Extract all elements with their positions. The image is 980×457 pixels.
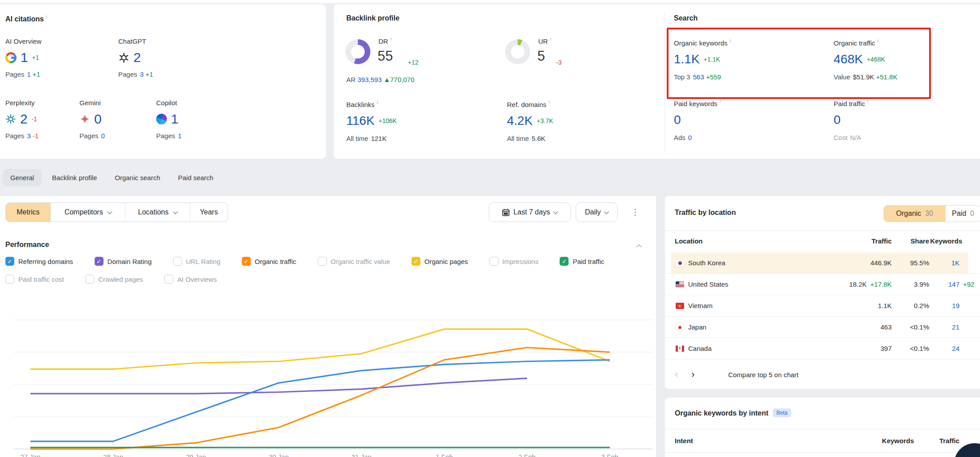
location-row-canada[interactable]: Canada397<0.1%24 (665, 338, 980, 359)
location-pagination: ‹ › Compare top 5 on chart (675, 370, 798, 379)
keywords-by-intent-title: Organic keywords by intent (675, 409, 768, 417)
location-table-header: Location Traffic Share Keywords (665, 234, 980, 251)
keywords-link[interactable]: 21 (952, 323, 959, 331)
kr-flag-icon (676, 260, 684, 266)
location-row-vietnam[interactable]: Vietnam1.1K0.2%19 (665, 295, 980, 317)
unchecked-checkbox-icon (85, 275, 94, 284)
share-cell: 0.2% (914, 302, 929, 309)
location-row-japan[interactable]: Japan463<0.1%21 (665, 317, 980, 338)
filter-segmented-control: Metrics Competitors Locations Years (5, 202, 228, 222)
checked-checkbox-icon: ✓ (411, 257, 420, 266)
chevron-down-icon (604, 209, 609, 214)
tab-paid-search[interactable]: Paid search (170, 169, 221, 186)
tab-organic-search[interactable]: Organic search (107, 169, 168, 186)
checkbox-paid-traffic[interactable]: ✓Paid traffic (560, 257, 604, 266)
location-row-united-states[interactable]: United States18.2K+17.8K3.9%147+92 (665, 274, 980, 295)
years-filter-button[interactable]: Years (190, 203, 228, 222)
keywords-link[interactable]: 147+92 (948, 280, 959, 288)
pages-link[interactable]: 3 (140, 70, 144, 78)
ref-domains-value[interactable]: 4.2K (507, 114, 533, 128)
traffic-cell: 463 (880, 323, 892, 331)
checkbox-referring-domains[interactable]: ✓Referring domains (5, 257, 73, 266)
checkbox-domain-rating[interactable]: ✓Domain Rating (95, 257, 152, 266)
backlinks-value[interactable]: 116K (346, 114, 374, 128)
ai-citations-card: AI citations AI Overview1+1Pages1 +1Chat… (0, 4, 326, 159)
perplexity-icon (5, 114, 16, 124)
ai-citation-tile-perplexity: Perplexity2-1Pages3 -1 (5, 99, 79, 140)
checkbox-crawled-pages[interactable]: Crawled pages (85, 275, 143, 284)
info-icon[interactable] (548, 100, 549, 104)
svg-text:1 Feb: 1 Feb (436, 453, 453, 457)
share-cell: <0.1% (910, 323, 929, 331)
paid-traffic-value[interactable]: 0 (834, 113, 841, 127)
ai-citation-tile-gemini: Gemini0Pages0 (79, 99, 156, 140)
checkbox-organic-pages[interactable]: ✓Organic pages (411, 257, 468, 266)
competitors-filter-button[interactable]: Competitors (51, 203, 125, 222)
dr-label: DR (378, 37, 391, 45)
checkbox-organic-traffic-value[interactable]: Organic traffic value (318, 257, 390, 266)
jp-flag-icon (676, 324, 684, 330)
location-table-body: South Korea446.9K95.5%1KUnited States18.… (665, 252, 980, 359)
info-icon[interactable] (550, 37, 551, 41)
date-range-button[interactable]: Last 7 days (489, 202, 571, 222)
chevron-down-icon (173, 209, 178, 214)
checkbox-ai-overviews[interactable]: AI Overviews (164, 275, 216, 284)
checkbox-paid-traffic-cost[interactable]: Paid traffic cost (5, 275, 64, 284)
checked-checkbox-icon: ✓ (560, 257, 569, 266)
tab-backlink-profile[interactable]: Backlink profile (44, 169, 104, 186)
kebab-menu-icon[interactable]: ⋮ (631, 207, 639, 217)
info-icon[interactable] (868, 99, 868, 103)
keywords-by-intent-card: Organic keywords by intentBeta Intent Ke… (665, 398, 980, 457)
info-icon[interactable] (377, 100, 378, 104)
next-page-icon[interactable]: › (691, 370, 694, 379)
share-cell: 3.9% (914, 280, 929, 288)
traffic-cell: 1.1K (878, 302, 892, 309)
performance-line-chart: 27 Jan28 Jan29 Jan30 Jan31 Jan1 Feb2 Feb… (0, 289, 656, 457)
checkbox-impressions[interactable]: Impressions (490, 257, 539, 266)
svg-text:29 Jan: 29 Jan (186, 453, 206, 457)
toggle-paid[interactable]: Paid0 (946, 206, 980, 222)
chevron-down-icon (107, 209, 112, 214)
ur-delta: -3 (556, 59, 561, 66)
google-icon (5, 52, 17, 63)
section-divider (664, 11, 665, 152)
checkbox-organic-traffic[interactable]: ✓Organic traffic (242, 257, 296, 266)
traffic-cell: 397 (880, 345, 892, 352)
collapse-chevron-icon[interactable] (636, 244, 641, 249)
keywords-link[interactable]: 19 (952, 302, 959, 309)
ai-citation-tile-ai-overview: AI Overview1+1Pages1 +1 (5, 37, 118, 78)
paid-keywords-value[interactable]: 0 (674, 113, 681, 127)
ads-link[interactable]: 0 (688, 134, 692, 141)
ai-citation-tile-chatgpt: ChatGPT2Pages3 +1 (118, 37, 231, 78)
granularity-button[interactable]: Daily (576, 202, 618, 222)
tab-general[interactable]: General (3, 169, 42, 186)
prev-page-icon[interactable]: ‹ (675, 370, 678, 379)
location-row-south-korea[interactable]: South Korea446.9K95.5%1K (665, 252, 980, 274)
intent-table-header: Intent Keywords Traffic (665, 433, 980, 449)
us-flag-icon (676, 281, 684, 288)
compare-top5-label[interactable]: Compare top 5 on chart (728, 371, 799, 379)
ahrefs-rank-link[interactable]: 393,593 (357, 76, 382, 83)
info-icon[interactable] (390, 37, 391, 41)
pages-link[interactable]: 3 (27, 132, 31, 140)
backlink-search-card: Backlink profile DR 55 +12 AR 393,593 ▲7… (334, 4, 980, 159)
info-icon[interactable] (46, 14, 47, 19)
unchecked-checkbox-icon (5, 275, 14, 284)
keywords-link[interactable]: 24 (952, 345, 959, 352)
ai-citation-tile-copilot: Copilot1Pages1 (156, 99, 245, 140)
performance-chart-area[interactable]: 27 Jan28 Jan29 Jan30 Jan31 Jan1 Feb2 Feb… (0, 289, 656, 457)
search-title: Search (674, 14, 698, 22)
svg-text:3 Feb: 3 Feb (601, 453, 618, 457)
copilot-icon (156, 114, 167, 124)
organic-paid-toggle: Organic30 Paid0 (884, 205, 980, 222)
ai-citations-row-2: Perplexity2-1Pages3 -1Gemini0Pages0Copil… (5, 99, 245, 140)
pages-link[interactable]: 0 (101, 132, 105, 140)
metrics-filter-button[interactable]: Metrics (6, 203, 51, 222)
info-icon[interactable] (720, 99, 721, 103)
pages-link[interactable]: 1 (178, 132, 182, 140)
keywords-link[interactable]: 1K (951, 259, 959, 267)
locations-filter-button[interactable]: Locations (125, 203, 190, 222)
checkbox-url-rating[interactable]: URL Rating (173, 257, 220, 266)
toggle-organic[interactable]: Organic30 (884, 206, 946, 222)
pages-link[interactable]: 1 (27, 70, 31, 78)
